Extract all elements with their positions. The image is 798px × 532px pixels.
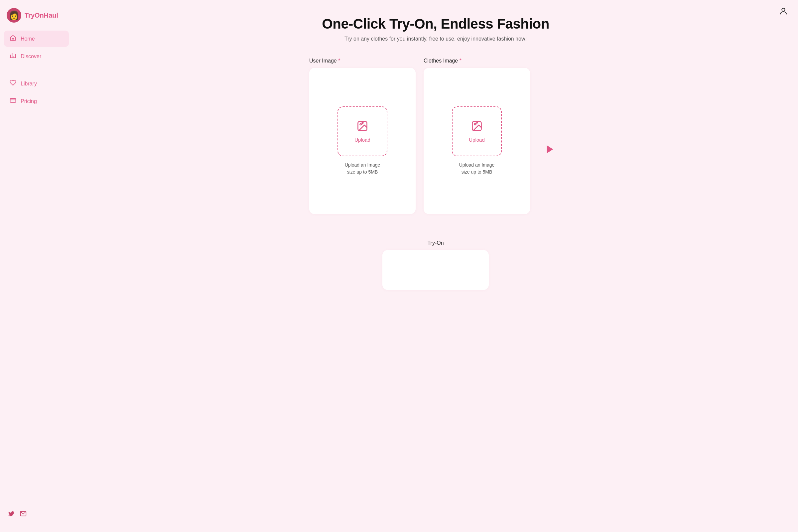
upload-panels-row: User Image * Upload [93,58,778,227]
user-upload-button-text: Upload [355,137,370,142]
user-image-wrapper: User Image * Upload [309,58,416,214]
svg-rect-1 [12,39,14,41]
sidebar-item-library-label: Library [21,81,37,87]
sidebar-footer [0,510,73,524]
bar-chart-icon [9,52,17,60]
sidebar-divider [7,70,66,70]
sidebar-item-home[interactable]: Home [4,31,69,47]
clothes-image-required: * [459,58,461,63]
twitter-icon[interactable] [8,510,15,519]
heart-icon [9,79,17,88]
sidebar-item-library[interactable]: Library [4,75,69,92]
tryon-result-card [382,250,489,290]
clothes-image-label: Clothes Image * [424,58,530,64]
sidebar-item-pricing-label: Pricing [21,98,37,104]
clothes-upload-image-icon [471,120,483,134]
tryon-section: Try-On [93,240,778,290]
credit-card-icon [9,97,17,106]
svg-point-14 [474,124,476,125]
clothes-image-panel: Upload Upload an Imagesize up to 5MB [424,68,530,214]
arrow-separator [538,74,562,227]
logo[interactable]: 👩 TryOnHaul [0,8,73,31]
hero-section: One-Click Try-On, Endless Fashion Try on… [93,16,778,42]
sidebar-item-home-label: Home [21,36,35,42]
logo-avatar: 👩 [7,8,21,23]
user-image-label: User Image * [309,58,416,64]
sidebar: 👩 TryOnHaul Home [0,0,73,532]
mail-icon[interactable] [20,510,26,519]
main-content: One-Click Try-On, Endless Fashion Try on… [73,0,798,532]
home-icon [9,35,17,43]
user-upload-hint: Upload an Imagesize up to 5MB [345,162,380,175]
primary-nav: Home Discover [0,31,73,64]
secondary-nav: Library Pricing [0,75,73,109]
hero-subtitle: Try on any clothes for you instantly, fr… [93,36,778,42]
svg-point-11 [360,124,362,125]
sidebar-item-discover[interactable]: Discover [4,48,69,64]
upload-image-icon [357,120,368,134]
clothes-upload-button-text: Upload [469,137,485,142]
clothes-image-wrapper: Clothes Image * Upload [424,58,530,214]
sidebar-item-discover-label: Discover [21,54,41,59]
svg-rect-7 [10,98,16,102]
app-name: TryOnHaul [25,12,58,19]
tryon-label: Try-On [427,240,443,246]
user-image-upload-box[interactable]: Upload [338,107,387,156]
sidebar-item-pricing[interactable]: Pricing [4,93,69,109]
hero-title: One-Click Try-On, Endless Fashion [93,16,778,32]
svg-marker-16 [547,145,553,153]
clothes-image-upload-box[interactable]: Upload [452,107,502,156]
user-image-panel: Upload Upload an Imagesize up to 5MB [309,68,416,214]
user-image-required: * [338,58,340,63]
clothes-upload-hint: Upload an Imagesize up to 5MB [459,162,495,175]
arrow-right-icon [545,144,555,157]
